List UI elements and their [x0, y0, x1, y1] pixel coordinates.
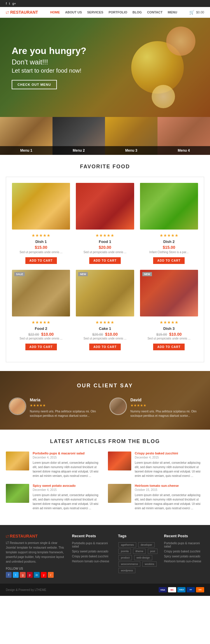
logo-icon: LT: [6, 10, 9, 15]
blog-post-title-3[interactable]: Crispy pesto baked zucchini: [135, 452, 204, 455]
add-cart-btn-4[interactable]: ADD TO CART: [25, 344, 57, 350]
footer-post-link-3[interactable]: Crispy pesto baked zucchini: [72, 555, 112, 558]
food-name-4: Food 2: [12, 326, 70, 331]
amex-icon: AMEX: [177, 587, 186, 592]
menu-item-2[interactable]: Menu 2: [52, 117, 105, 155]
logo-brand-text: RESTAURANT: [10, 10, 38, 15]
favorite-food-section: FAVORITE FOOD ★★★★★ Dish 1 $15.00 Sed ut…: [0, 155, 210, 371]
footer-post2-link-1[interactable]: Portobello pups & macaroni salad: [164, 542, 204, 548]
add-cart-btn-2[interactable]: ADD TO CART: [89, 257, 121, 264]
add-cart-btn-1[interactable]: ADD TO CART: [25, 257, 57, 264]
footer-tag-webdesign[interactable]: web-design: [134, 555, 152, 560]
hero-headline: Are you hungry?: [12, 46, 86, 56]
food-image-4: [12, 270, 70, 316]
footer-tag-joomla[interactable]: joomla: [118, 549, 131, 554]
nav-portfolio[interactable]: PORTFOLIO: [108, 10, 127, 14]
blog-post-title-4[interactable]: Heirloom tomato sun-cheese: [135, 484, 204, 487]
food-price-2: $20.00: [76, 245, 134, 250]
menu-items-row: Menu 1 Menu 2 Menu 3 Menu 4: [0, 117, 210, 155]
facebook-icon[interactable]: f: [6, 2, 7, 5]
nav-menu[interactable]: MENU: [168, 10, 177, 14]
menu-item-4[interactable]: Menu 4: [158, 117, 210, 155]
footer-facebook-icon[interactable]: f: [6, 572, 12, 578]
blog-date-4: October 15, 2015: [135, 488, 204, 491]
blog-post-title-2[interactable]: Spicy sweet potato avocado: [33, 484, 102, 487]
footer-rss-icon[interactable]: r: [48, 572, 54, 578]
footer-youtube-icon[interactable]: y: [41, 572, 47, 578]
footer-twitter-icon[interactable]: t: [13, 572, 19, 578]
client-text-2: Nummy neerit uris. Pha sellrtsce scipita…: [130, 409, 201, 418]
nav-services[interactable]: SERVICES: [87, 10, 103, 14]
sale-badge-5: NEW: [78, 272, 88, 276]
footer-post2-link-3[interactable]: Spicy sweet potato avocado: [164, 555, 204, 558]
footer-recent-posts-title-2: Recent Posts: [164, 534, 204, 538]
favorite-food-title: FAVORITE FOOD: [6, 164, 204, 170]
footer-tag-developer[interactable]: developer: [138, 542, 155, 547]
footer-tag-post[interactable]: post: [148, 549, 158, 554]
footer-post2-link-4[interactable]: Heirloom tomato sun-cheese: [164, 560, 204, 563]
food-card-2: ★★★★★ Food 1 $20.00 Sed ut perspiciatis …: [76, 183, 134, 264]
menu-item-3[interactable]: Menu 3: [105, 117, 158, 155]
menu-item-2-label: Menu 2: [52, 146, 105, 155]
checkout-menu-button[interactable]: CHECK OUT MENU: [12, 80, 57, 89]
food-stars-4: ★★★★★: [12, 320, 70, 325]
add-cart-btn-6[interactable]: ADD TO CART: [153, 344, 185, 350]
nav-contact[interactable]: CONTACT: [147, 10, 162, 14]
footer-linkedin-icon[interactable]: in: [34, 572, 40, 578]
google-plus-icon[interactable]: g+: [12, 2, 16, 5]
blog-item-3: Crispy pesto baked zucchini December 4, …: [108, 452, 204, 478]
twitter-icon[interactable]: t: [9, 2, 10, 5]
footer-gplus-icon[interactable]: g: [20, 572, 26, 578]
blog-col-1: Portobello pups & macaroni salad Decembe…: [6, 452, 102, 516]
cart-area[interactable]: 🛒 $0.00: [189, 10, 204, 15]
blog-image-3: [108, 452, 131, 470]
food-name-6: Dish 3: [140, 326, 198, 331]
footer-post-link-1[interactable]: Portobello pups & macaroni salad: [72, 542, 112, 548]
food-desc-3: Infant Clothing Store is a par...: [140, 250, 198, 254]
cart-price: $0.00: [196, 10, 204, 14]
food-desc-2: Sed ut perspiciatis unde omnis ...: [76, 250, 134, 254]
footer-tag-woocommerce[interactable]: woocommerce: [118, 561, 140, 567]
add-cart-btn-3[interactable]: ADD TO CART: [153, 257, 185, 264]
blog-image-4: [108, 484, 131, 503]
visa-icon: VISA: [159, 587, 167, 592]
footer-grid: LT RESTAURANT LT Restaurant is premium s…: [6, 534, 204, 578]
hero-food-decoration: [111, 21, 204, 114]
footer-post-link-2[interactable]: Spicy sweet potato avocado: [72, 550, 112, 553]
food-price-1: $15.00: [12, 245, 70, 250]
food-stars-6: ★★★★★: [140, 320, 198, 325]
food-price-old-6: $15.00: [156, 332, 167, 337]
client-text-1: Nummy neerit uris. Pha sellrtsce scipita…: [30, 409, 101, 418]
nav-blog[interactable]: BLOG: [132, 10, 142, 14]
footer-recent-posts-col-1: Recent Posts Portobello pups & macaroni …: [72, 534, 112, 578]
menu-item-1[interactable]: Menu 1: [0, 117, 52, 155]
food-price-old-4: $22.00: [28, 332, 39, 337]
food-row-1: ★★★★★ Dish 1 $15.00 Sed ut perspiciatis …: [12, 183, 198, 264]
blog-post-title-1[interactable]: Portobello pups & macaroni salad: [33, 452, 102, 455]
footer-tag-product[interactable]: product: [118, 555, 132, 560]
logo[interactable]: LT RESTAURANT: [6, 10, 38, 15]
client-name-1: Maria: [30, 398, 101, 402]
footer-pinterest-icon[interactable]: p: [27, 572, 33, 578]
discover-icon: DIS: [196, 587, 204, 592]
mastercard-icon: MC: [168, 587, 176, 592]
hero-subline2: Let start to order food now!: [12, 67, 86, 74]
blog-text-4: Lorem ipsum dolor sit amet, consectetur …: [135, 493, 204, 510]
food-price-area-4: $22.00 $10.00: [12, 332, 70, 337]
footer-post2-link-2[interactable]: Crispy pesto baked zucchini: [164, 550, 204, 553]
nav-home[interactable]: HOME: [50, 10, 60, 14]
add-cart-btn-5[interactable]: ADD TO CART: [89, 344, 121, 350]
footer-tag-itheme[interactable]: itheme: [133, 549, 146, 554]
food-stars-5: ★★★★★: [76, 320, 134, 325]
footer-logo: LT RESTAURANT: [6, 534, 66, 538]
client-title: OUR CLIENT SAY: [9, 383, 201, 389]
footer-post-link-4[interactable]: Heirloom tomato sun-cheese: [72, 560, 112, 563]
nav-about[interactable]: ABOUT US: [65, 10, 82, 14]
footer-tag-wordpress[interactable]: wordpress: [118, 568, 135, 573]
footer-tag-wookins[interactable]: wookins: [142, 561, 157, 567]
footer-desc: LT Restaurant is premium single & clear …: [6, 541, 66, 564]
client-card-2: David ★★★★★ Nummy neerit uris. Pha sellr…: [109, 398, 201, 418]
blog-date-2: December 4, 2015: [33, 488, 102, 491]
blog-item-4: Heirloom tomato sun-cheese October 15, 2…: [108, 484, 204, 510]
footer-tag-agethemes[interactable]: agethemes: [118, 542, 136, 547]
